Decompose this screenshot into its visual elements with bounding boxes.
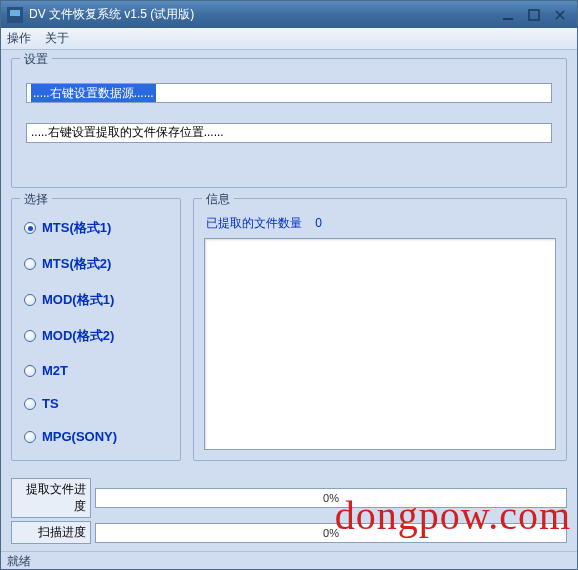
source-input[interactable]: .....右键设置数据源...... <box>26 83 552 103</box>
extracted-count-label: 已提取的文件数量 0 <box>206 215 556 232</box>
target-text: .....右键设置提取的文件保存位置...... <box>31 125 224 139</box>
select-group-title: 选择 <box>20 191 52 208</box>
menubar: 操作 关于 <box>1 28 577 50</box>
extract-progress-label: 提取文件进度 <box>11 478 91 518</box>
source-row: .....右键设置数据源...... <box>26 83 552 103</box>
settings-group: 设置 .....右键设置数据源...... .....右键设置提取的文件保存位置… <box>11 58 567 188</box>
radio-label: M2T <box>42 363 68 378</box>
target-input[interactable]: .....右键设置提取的文件保存位置...... <box>26 123 552 143</box>
window-controls <box>497 6 571 24</box>
source-text: .....右键设置数据源...... <box>31 84 156 102</box>
radio-dot-icon <box>24 222 36 234</box>
extracted-label-text: 已提取的文件数量 <box>206 216 302 230</box>
maximize-button[interactable] <box>523 6 545 24</box>
settings-group-title: 设置 <box>20 51 52 68</box>
radio-dot-icon <box>24 365 36 377</box>
svg-rect-1 <box>529 10 539 20</box>
radio-dot-icon <box>24 398 36 410</box>
radio-dot-icon <box>24 330 36 342</box>
radio-option[interactable]: MOD(格式1) <box>24 291 168 309</box>
radio-label: MTS(格式2) <box>42 255 111 273</box>
radio-label: MPG(SONY) <box>42 429 117 444</box>
target-row: .....右键设置提取的文件保存位置...... <box>26 123 552 143</box>
scan-progress-row: 扫描进度 0% <box>11 521 567 544</box>
mid-row: 选择 MTS(格式1)MTS(格式2)MOD(格式1)MOD(格式2)M2TTS… <box>11 198 567 471</box>
radio-label: TS <box>42 396 59 411</box>
radio-dot-icon <box>24 431 36 443</box>
radio-dot-icon <box>24 294 36 306</box>
select-group: 选择 MTS(格式1)MTS(格式2)MOD(格式1)MOD(格式2)M2TTS… <box>11 198 181 461</box>
radio-option[interactable]: MTS(格式1) <box>24 219 168 237</box>
radio-label: MOD(格式1) <box>42 291 114 309</box>
statusbar: 就绪 <box>1 551 577 569</box>
radio-option[interactable]: MOD(格式2) <box>24 327 168 345</box>
format-radio-list: MTS(格式1)MTS(格式2)MOD(格式1)MOD(格式2)M2TTSMPG… <box>22 213 170 450</box>
radio-option[interactable]: MTS(格式2) <box>24 255 168 273</box>
extract-progress-bar: 0% <box>95 488 567 508</box>
app-icon <box>7 7 23 23</box>
radio-label: MTS(格式1) <box>42 219 111 237</box>
progress-area: 提取文件进度 0% 扫描进度 0% <box>11 471 567 547</box>
scan-progress-bar: 0% <box>95 523 567 543</box>
client-area: 设置 .....右键设置数据源...... .....右键设置提取的文件保存位置… <box>1 50 577 551</box>
radio-option[interactable]: MPG(SONY) <box>24 429 168 444</box>
file-listbox[interactable] <box>204 238 556 450</box>
titlebar: DV 文件恢复系统 v1.5 (试用版) <box>1 1 577 28</box>
info-group-title: 信息 <box>202 191 234 208</box>
radio-option[interactable]: M2T <box>24 363 168 378</box>
info-group: 信息 已提取的文件数量 0 <box>193 198 567 461</box>
menu-operate[interactable]: 操作 <box>7 30 31 47</box>
svg-rect-0 <box>503 18 513 20</box>
scan-progress-pct: 0% <box>323 527 339 539</box>
app-window: DV 文件恢复系统 v1.5 (试用版) 操作 关于 设置 .....右键设置数… <box>0 0 578 570</box>
extract-progress-row: 提取文件进度 0% <box>11 478 567 518</box>
status-text: 就绪 <box>7 554 31 568</box>
close-button[interactable] <box>549 6 571 24</box>
extract-progress-pct: 0% <box>323 492 339 504</box>
window-title: DV 文件恢复系统 v1.5 (试用版) <box>29 6 497 23</box>
radio-option[interactable]: TS <box>24 396 168 411</box>
minimize-button[interactable] <box>497 6 519 24</box>
scan-progress-label: 扫描进度 <box>11 521 91 544</box>
extracted-count-value: 0 <box>315 216 322 230</box>
radio-dot-icon <box>24 258 36 270</box>
radio-label: MOD(格式2) <box>42 327 114 345</box>
menu-about[interactable]: 关于 <box>45 30 69 47</box>
